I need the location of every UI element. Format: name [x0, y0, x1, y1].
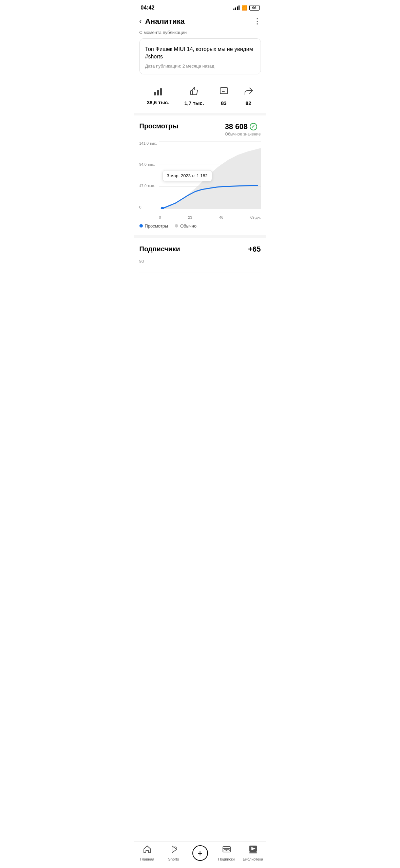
chart-y-label-mid1: 94,0 тыс. — [139, 162, 158, 166]
views-chart: 141,0 тыс. 94,0 тыс. 47,0 тыс. 0 — [139, 138, 261, 219]
views-section: Просмотры 38 608 ✓ Обычное значение 141,… — [134, 115, 266, 219]
wifi-icon: 📶 — [242, 5, 247, 11]
page-header: ‹ Аналитика ⋮ — [134, 14, 266, 30]
chart-x-label-23: 23 — [188, 215, 192, 219]
svg-rect-4 — [220, 88, 228, 94]
likes-icon — [189, 87, 199, 98]
stat-shares: 82 — [244, 87, 253, 106]
check-icon: ✓ — [250, 123, 257, 130]
chart-x-label-46: 46 — [219, 215, 223, 219]
more-options-button[interactable]: ⋮ — [253, 17, 261, 26]
legend-normal-dot — [175, 224, 178, 228]
views-icon — [153, 87, 163, 97]
subscribers-value: +65 — [248, 245, 261, 254]
status-bar: 04:42 📶 96 — [134, 0, 266, 14]
signal-icon — [233, 5, 240, 10]
battery-indicator: 96 — [249, 5, 260, 11]
video-title: Топ Фишек MIUI 14, которых мы не увидим … — [145, 46, 255, 61]
chart-y-label-mid2: 47,0 тыс. — [139, 184, 158, 188]
svg-rect-0 — [154, 92, 156, 95]
subscribers-section: Подписчики +65 90 — [134, 238, 266, 287]
subscribers-chart — [139, 265, 261, 287]
stat-views-value: 38,6 тыс. — [147, 100, 169, 105]
video-date: Дата публикации: 2 месяца назад — [145, 64, 255, 69]
status-icons: 📶 96 — [233, 5, 260, 11]
stat-comments-value: 83 — [221, 100, 227, 106]
status-time: 04:42 — [141, 5, 155, 11]
subscribers-title: Подписчики — [139, 245, 180, 253]
comments-icon — [219, 87, 229, 98]
chart-legend: Просмотры Обычно — [134, 219, 266, 238]
chart-x-label-69: 69 дн. — [250, 215, 261, 219]
stat-likes-value: 1,7 тыс. — [184, 100, 204, 106]
svg-rect-1 — [157, 90, 159, 95]
chart-y-label-bottom: 0 — [139, 205, 158, 209]
legend-normal: Обычно — [175, 223, 196, 229]
views-status-label: Обычное значение — [225, 132, 261, 137]
stat-comments: 83 — [219, 87, 229, 106]
views-value: 38 608 ✓ — [225, 122, 261, 131]
svg-rect-3 — [191, 91, 192, 95]
svg-rect-2 — [160, 88, 162, 95]
chart-x-label-0: 0 — [159, 215, 161, 219]
chart-tooltip: 3 мар. 2023 г.: 1 182 — [163, 170, 212, 181]
shares-icon — [244, 87, 253, 98]
video-card: Топ Фишек MIUI 14, которых мы не увидим … — [139, 38, 261, 74]
views-title: Просмотры — [139, 122, 178, 130]
chart-y-label-top: 141,0 тыс. — [139, 141, 158, 145]
stat-likes: 1,7 тыс. — [184, 87, 204, 106]
stats-row: 38,6 тыс. 1,7 тыс. 83 — [134, 81, 266, 115]
legend-views: Просмотры — [139, 223, 168, 229]
stat-views: 38,6 тыс. — [147, 87, 169, 105]
svg-point-11 — [160, 207, 164, 209]
stat-shares-value: 82 — [246, 100, 251, 106]
legend-views-dot — [139, 224, 143, 228]
page-title: Аналитика — [145, 17, 185, 26]
subscribers-y-label: 90 — [139, 259, 261, 264]
page-subtitle: С момента публикации — [134, 30, 266, 38]
back-button[interactable]: ‹ — [139, 17, 142, 26]
